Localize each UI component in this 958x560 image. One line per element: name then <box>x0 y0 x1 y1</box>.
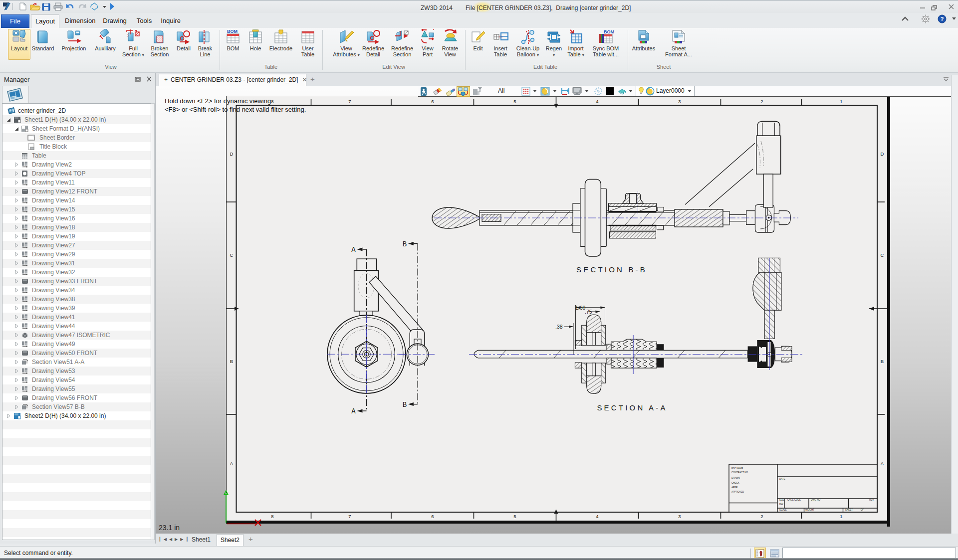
svg-text:A: A <box>230 461 234 466</box>
svg-text:REV: REV <box>869 499 874 501</box>
svg-text:SHEET: SHEET <box>845 509 853 511</box>
svg-text:2: 2 <box>760 99 763 104</box>
svg-text:DW: DW <box>779 503 783 506</box>
svg-text:DATE: DATE <box>779 478 785 480</box>
svg-text:5: 5 <box>513 514 516 519</box>
svg-text:?: ? <box>941 16 944 22</box>
svg-text:7: 7 <box>348 514 351 519</box>
svg-text:SECTION A-A: SECTION A-A <box>597 403 667 412</box>
svg-text:OF: OF <box>861 509 864 511</box>
svg-text:DWG NO: DWG NO <box>811 499 820 501</box>
svg-text:B: B <box>230 359 233 364</box>
svg-text:4: 4 <box>596 514 598 519</box>
svg-text:4: 4 <box>596 99 598 104</box>
svg-text:6: 6 <box>431 99 434 104</box>
svg-text:CONTRACT NO: CONTRACT NO <box>731 471 748 474</box>
svg-text:SECTION B-B: SECTION B-B <box>576 265 647 274</box>
svg-text:APPROVED: APPROVED <box>731 491 744 493</box>
svg-text:APPR: APPR <box>731 486 738 489</box>
svg-text:2: 2 <box>760 514 763 519</box>
svg-text:WEIGHT: WEIGHT <box>805 509 814 511</box>
svg-text:C: C <box>230 252 234 258</box>
svg-text:1.60: 1.60 <box>575 305 586 311</box>
svg-text:A: A <box>351 407 356 415</box>
svg-text:7: 7 <box>348 99 351 104</box>
svg-text:FSC NAME: FSC NAME <box>731 467 743 470</box>
svg-text:8: 8 <box>271 514 273 519</box>
svg-text:B: B <box>403 240 407 248</box>
svg-text:A: A <box>881 461 884 466</box>
svg-text:BOM: BOM <box>604 29 614 34</box>
svg-text:CAGE CODE: CAGE CODE <box>787 499 801 501</box>
svg-text:CHECK: CHECK <box>731 482 739 484</box>
svg-text:C: C <box>881 252 884 258</box>
svg-text:3: 3 <box>678 99 681 104</box>
svg-text:B: B <box>881 359 884 364</box>
svg-text:.38: .38 <box>555 324 563 330</box>
svg-text:D: D <box>881 151 884 157</box>
svg-text:BOM: BOM <box>227 29 238 34</box>
svg-text:1: 1 <box>840 99 842 104</box>
svg-text:1: 1 <box>840 514 842 519</box>
svg-text:3: 3 <box>678 514 681 519</box>
svg-text:SIZE: SIZE <box>779 499 784 501</box>
svg-text:A: A <box>351 246 356 254</box>
svg-text:6: 6 <box>431 514 434 519</box>
svg-text:5: 5 <box>513 99 516 104</box>
svg-text:DRAWN: DRAWN <box>731 477 740 479</box>
svg-text:D: D <box>230 151 234 157</box>
svg-text:SCALE: SCALE <box>779 509 787 511</box>
svg-text:B: B <box>403 401 407 409</box>
svg-text:.75: .75 <box>585 309 592 315</box>
